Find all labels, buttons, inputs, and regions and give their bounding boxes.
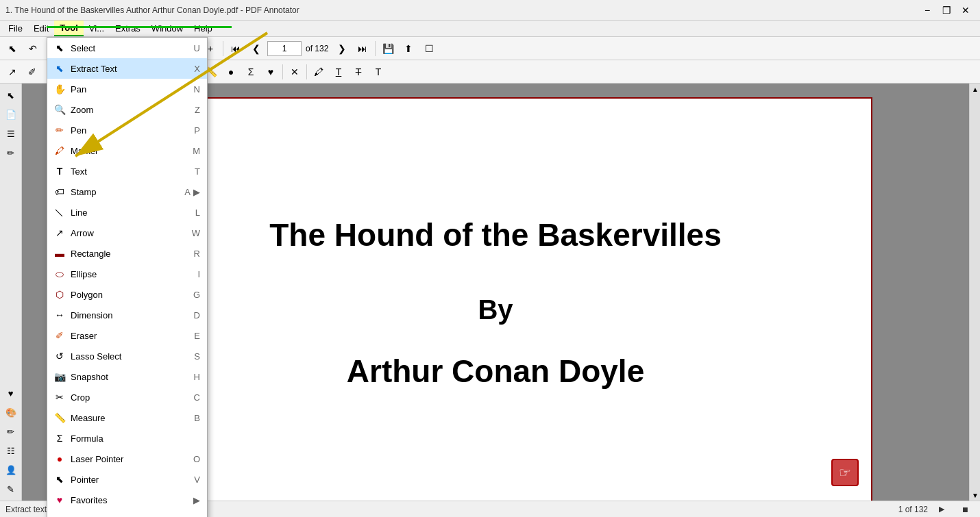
polygon-key: G <box>193 290 200 300</box>
menu-item-ellipse[interactable]: ⬭ Ellipse I <box>47 264 207 284</box>
menu-item-text[interactable]: T Text T <box>47 161 207 181</box>
extract-text-label: Extract Text <box>71 64 188 74</box>
pen-icon: ✏ <box>53 123 66 137</box>
pan-key: N <box>194 84 200 94</box>
snapshot-label: Snapshot <box>71 372 188 382</box>
pointer-key: V <box>194 475 200 485</box>
menu-item-pen[interactable]: ✏ Pen P <box>47 120 207 140</box>
pan-label: Pan <box>71 84 188 94</box>
ellipse-key: I <box>197 269 200 279</box>
ellipse-label: Ellipse <box>71 269 192 279</box>
stamp-key: A <box>184 187 191 197</box>
menu-item-eraser[interactable]: ✐ Eraser E <box>47 325 207 346</box>
menu-item-pan[interactable]: ✋ Pan N <box>47 79 207 99</box>
dimension-icon: ↔ <box>53 308 66 322</box>
eraser-label: Eraser <box>71 331 188 341</box>
dimension-key: D <box>194 310 200 320</box>
lasso-select-label: Lasso Select <box>71 351 188 362</box>
text-icon: T <box>53 164 66 178</box>
menu-item-stamp[interactable]: 🏷 Stamp A ▶ <box>47 181 207 202</box>
laser-pointer-label: Laser Pointer <box>71 454 188 464</box>
menu-item-dimension[interactable]: ↔ Dimension D <box>47 305 207 325</box>
lasso-select-icon: ↺ <box>53 349 66 363</box>
tool-styles-icon <box>53 514 66 517</box>
formula-icon: Σ <box>53 431 66 445</box>
menu-item-snapshot[interactable]: 📷 Snapshot H <box>47 366 207 387</box>
menu-item-rectangle[interactable]: ▬ Rectangle R <box>47 243 207 264</box>
measure-key: B <box>194 413 200 423</box>
menu-item-arrow[interactable]: ↗ Arrow W <box>47 223 207 243</box>
menu-item-extract-text[interactable]: ⬉ Extract Text X <box>47 58 207 79</box>
laser-pointer-icon: ● <box>53 452 66 466</box>
menu-item-select[interactable]: ⬉ Select U <box>47 38 207 58</box>
pan-icon: ✋ <box>53 82 66 96</box>
favorites-arrow: ▶ <box>193 495 200 505</box>
measure-label: Measure <box>71 413 188 423</box>
polygon-icon: ⬡ <box>53 288 66 301</box>
extract-text-icon: ⬉ <box>53 62 66 75</box>
zoom-key: Z <box>195 105 200 115</box>
measure-icon: 📏 <box>53 411 66 425</box>
arrow-label: Arrow <box>71 228 186 238</box>
extract-text-key: X <box>194 64 200 74</box>
marker-label: Marker <box>71 146 187 156</box>
polygon-label: Polygon <box>71 290 188 300</box>
snapshot-icon: 📷 <box>53 370 66 383</box>
crop-icon: ✂ <box>53 390 66 404</box>
snapshot-key: H <box>194 372 200 382</box>
crop-key: C <box>194 392 200 403</box>
pen-label: Pen <box>71 125 188 136</box>
favorites-icon: ♥ <box>53 493 66 507</box>
rectangle-key: R <box>194 249 200 259</box>
pen-key: P <box>194 125 200 136</box>
menu-item-marker[interactable]: 🖍 Marker M <box>47 140 207 161</box>
menu-item-zoom[interactable]: 🔍 Zoom Z <box>47 99 207 120</box>
menu-item-favorites[interactable]: ♥ Favorites ▶ <box>47 490 207 510</box>
laser-pointer-key: O <box>193 454 200 464</box>
line-key: L <box>195 207 200 218</box>
menu-item-line[interactable]: — Line L <box>47 202 207 223</box>
select-key: U <box>194 43 200 53</box>
line-label: Line <box>71 207 190 218</box>
menu-item-measure[interactable]: 📏 Measure B <box>47 407 207 428</box>
rectangle-icon: ▬ <box>53 247 66 260</box>
stamp-arrow: ▶ <box>193 187 200 197</box>
stamp-label: Stamp <box>71 187 179 197</box>
menu-item-lasso-select[interactable]: ↺ Lasso Select S <box>47 346 207 366</box>
favorites-label: Favorites <box>71 495 191 505</box>
line-icon: — <box>50 203 69 222</box>
zoom-label: Zoom <box>71 105 189 115</box>
marker-icon: 🖍 <box>53 144 66 157</box>
menu-item-formula[interactable]: Σ Formula <box>47 428 207 449</box>
stamp-icon: 🏷 <box>53 185 66 199</box>
menu-item-polygon[interactable]: ⬡ Polygon G <box>47 284 207 305</box>
eraser-icon: ✐ <box>53 329 66 342</box>
eraser-key: E <box>194 331 200 341</box>
tool-dropdown-menu: ⬉ Select U ⬉ Extract Text X ✋ Pan N 🔍 Zo… <box>47 37 208 517</box>
pointer-icon: ⬉ <box>53 472 66 486</box>
select-label: Select <box>71 43 188 53</box>
dimension-label: Dimension <box>71 310 188 320</box>
arrow-key: W <box>192 228 200 238</box>
text-key: T <box>195 166 200 177</box>
text-label: Text <box>71 166 189 177</box>
arrow-icon: ↗ <box>53 226 66 240</box>
menu-item-pointer[interactable]: ⬉ Pointer V <box>47 469 207 490</box>
pointer-label: Pointer <box>71 475 188 485</box>
zoom-icon: 🔍 <box>53 103 66 116</box>
marker-key: M <box>193 146 200 156</box>
menu-item-tool-styles[interactable]: Tool Styles ▶ <box>47 510 207 517</box>
crop-label: Crop <box>71 392 188 403</box>
menu-item-laser-pointer[interactable]: ● Laser Pointer O <box>47 449 207 469</box>
select-icon: ⬉ <box>53 41 66 55</box>
lasso-select-key: S <box>194 351 200 362</box>
rectangle-label: Rectangle <box>71 249 188 259</box>
menu-item-crop[interactable]: ✂ Crop C <box>47 387 207 407</box>
ellipse-icon: ⬭ <box>53 267 66 281</box>
formula-label: Formula <box>71 433 195 444</box>
